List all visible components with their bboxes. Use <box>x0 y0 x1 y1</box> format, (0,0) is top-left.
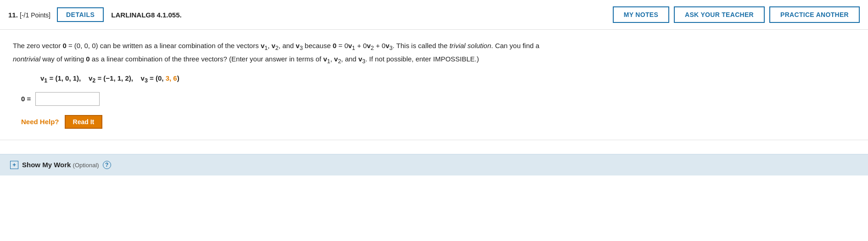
header-right-buttons: MY NOTES ASK YOUR TEACHER PRACTICE ANOTH… <box>613 6 860 23</box>
read-it-button[interactable]: Read It <box>65 115 103 129</box>
details-button[interactable]: DETAILS <box>57 7 104 22</box>
problem-id: LARLINALG8 4.1.055. <box>111 11 608 19</box>
need-help-label: Need Help? <box>21 118 59 126</box>
vectors-definition: v1 = (1, 0, 1), v2 = (−1, 1, 2), v3 = (0… <box>40 74 855 84</box>
answer-row: 0 = <box>21 92 855 106</box>
practice-another-button[interactable]: PRACTICE ANOTHER <box>769 6 860 23</box>
show-my-work-title: Show My Work (Optional) <box>22 161 99 169</box>
need-help-row: Need Help? Read It <box>21 115 855 129</box>
problem-text: The zero vector 0 = (0, 0, 0) can be wri… <box>13 40 855 67</box>
ask-teacher-button[interactable]: ASK YOUR TEACHER <box>674 6 765 23</box>
divider <box>0 140 868 140</box>
main-content: The zero vector 0 = (0, 0, 0) can be wri… <box>0 30 868 140</box>
show-my-work-bar: + Show My Work (Optional) ? <box>0 154 868 175</box>
show-my-work-optional: (Optional) <box>73 162 99 169</box>
help-tooltip-icon[interactable]: ? <box>103 161 111 169</box>
my-notes-button[interactable]: MY NOTES <box>613 6 669 23</box>
expand-icon[interactable]: + <box>10 161 18 169</box>
problem-number: 11. [-/1 Points] <box>8 11 50 19</box>
answer-label: 0 = <box>21 95 31 103</box>
header-bar: 11. [-/1 Points] DETAILS LARLINALG8 4.1.… <box>0 0 868 30</box>
answer-input[interactable] <box>35 92 100 106</box>
